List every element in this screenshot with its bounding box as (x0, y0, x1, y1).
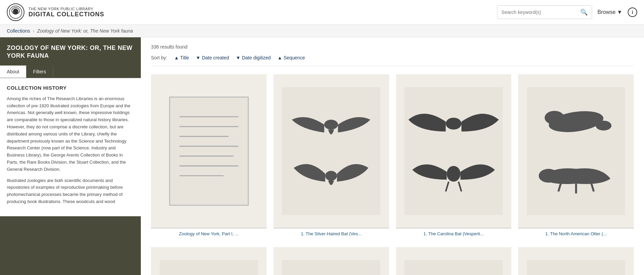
svg-point-13 (325, 171, 337, 181)
svg-rect-27 (160, 260, 258, 275)
sort-title-arrow: ▲ (174, 55, 179, 60)
svg-rect-40 (404, 260, 503, 275)
breadcrumb-separator: › (33, 28, 34, 34)
search-box: 🔍 (497, 5, 592, 19)
sort-title-label: Title (180, 55, 189, 60)
grid-item-2-label: 1. The Silver-Haired Bat (Ves... (301, 231, 362, 237)
collection-history-heading: COLLECTION HISTORY (7, 85, 134, 91)
logo-bottom-line: DIGITAL COLLECTIONS (29, 11, 104, 18)
sidebar-content: COLLECTION HISTORY Among the riches of T… (0, 78, 141, 216)
tab-about[interactable]: About (0, 66, 26, 78)
sort-bar: Sort by: ▲ Title ▼ Date created ▼ Date d… (151, 55, 634, 66)
grid-item-8-image (518, 247, 634, 275)
svg-rect-14 (404, 87, 503, 215)
sidebar-collection-title: ZOOLOGY OF NEW YORK: OR, THE NEW YORK FA… (0, 37, 141, 66)
sort-date-digitized[interactable]: ▼ Date digitized (236, 55, 271, 60)
items-grid: Zoology of New York, Part I, ... (151, 74, 634, 275)
svg-rect-54 (527, 260, 625, 275)
grid-item-4-image (518, 74, 634, 228)
grid-item-8[interactable]: 1. The Red Fox (Vulpes fulvus... (518, 247, 634, 275)
sort-title[interactable]: ▲ Title (174, 55, 189, 60)
sidebar-paragraph-2: Illustrated zoologies are both scientifi… (7, 177, 134, 205)
header: THE NEW YORK PUBLIC LIBRARY DIGITAL COLL… (0, 0, 644, 25)
svg-point-15 (446, 118, 461, 130)
svg-rect-35 (282, 260, 380, 275)
info-button[interactable]: i (628, 7, 637, 17)
sidebar-tabs: About Filters (0, 66, 141, 78)
grid-item-2[interactable]: 1. The Silver-Haired Bat (Ves... (273, 74, 389, 237)
svg-point-22 (596, 121, 611, 130)
sort-sequence-label: Sequence (284, 55, 305, 60)
sidebar-paragraph-1: Among the riches of The Research Librari… (7, 95, 134, 173)
svg-rect-19 (527, 87, 625, 215)
info-icon: i (632, 10, 633, 15)
sort-sequence[interactable]: ▲ Sequence (278, 55, 305, 60)
grid-item-2-image (273, 74, 389, 228)
grid-item-4[interactable]: 1. The North American Otter (... (518, 74, 634, 237)
grid-item-1-image (151, 74, 267, 228)
grid-item-1[interactable]: Zoology of New York, Part I, ... (151, 74, 267, 237)
grid-item-5-image (151, 247, 267, 275)
sort-date-created[interactable]: ▼ Date created (196, 55, 229, 60)
grid-item-6-image (273, 247, 389, 275)
svg-rect-3 (170, 97, 248, 205)
svg-point-12 (324, 120, 338, 129)
main-layout: ZOOLOGY OF NEW YORK: OR, THE NEW YORK FA… (0, 37, 644, 275)
grid-item-7-image (396, 247, 512, 275)
grid-item-3-image (396, 74, 512, 228)
grid-item-4-label: 1. The North American Otter (... (545, 231, 607, 237)
sort-date-created-arrow: ▼ (196, 55, 201, 60)
sort-date-created-label: Date created (202, 55, 229, 60)
sort-date-digitized-arrow: ▼ (236, 55, 241, 60)
grid-item-5[interactable]: 1. The Common Star-nose (Cond... (151, 247, 267, 275)
header-right: 🔍 Browse ▼ i (497, 5, 637, 19)
logo-text: THE NEW YORK PUBLIC LIBRARY DIGITAL COLL… (29, 7, 104, 18)
grid-item-3-label: 1. The Carolina Bat (Vesperti... (423, 231, 484, 237)
tab-filters[interactable]: Filters (26, 66, 53, 78)
browse-chevron-icon: ▼ (617, 9, 622, 15)
grid-item-7[interactable]: 1. The American Black Bear (U... (396, 247, 512, 275)
breadcrumb-collections-link[interactable]: Collections (7, 28, 30, 34)
svg-point-21 (545, 111, 564, 125)
search-input[interactable] (497, 7, 576, 18)
breadcrumb: Collections › Zoology of New York: or, T… (0, 25, 644, 37)
sort-date-digitized-label: Date digitized (242, 55, 271, 60)
grid-item-1-label: Zoology of New York, Part I, ... (179, 231, 239, 237)
grid-item-6[interactable]: 1. TheBroad-nosed Shrew (Otis... (273, 247, 389, 275)
browse-label: Browse (598, 9, 615, 15)
browse-button[interactable]: Browse ▼ (598, 9, 622, 15)
search-button[interactable]: 🔍 (576, 6, 592, 19)
grid-item-3[interactable]: 1. The Carolina Bat (Vesperti... (396, 74, 512, 237)
sort-sequence-arrow: ▲ (278, 55, 282, 60)
logo-icon (7, 3, 24, 21)
svg-rect-11 (282, 87, 380, 215)
logo-top-line: THE NEW YORK PUBLIC LIBRARY (29, 7, 104, 11)
svg-point-23 (539, 169, 558, 183)
breadcrumb-current: Zoology of New York: or, The New York fa… (37, 28, 133, 34)
svg-point-16 (447, 166, 461, 182)
sidebar: ZOOLOGY OF NEW YORK: OR, THE NEW YORK FA… (0, 37, 141, 275)
content-area: 336 results found Sort by: ▲ Title ▼ Dat… (141, 37, 644, 275)
sort-label: Sort by: (151, 55, 167, 60)
results-count: 336 results found (151, 44, 634, 50)
logo-area: THE NEW YORK PUBLIC LIBRARY DIGITAL COLL… (7, 3, 104, 21)
